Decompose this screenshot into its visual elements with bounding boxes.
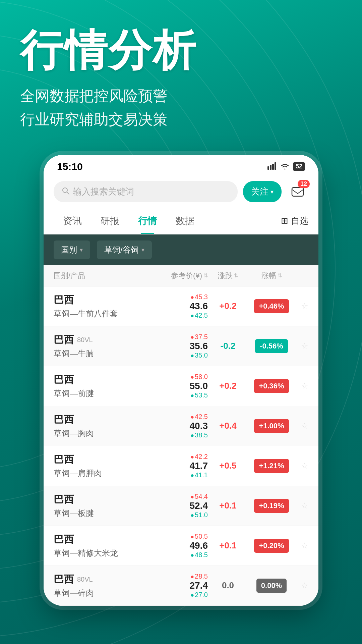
- price-main-4: 41.7: [142, 461, 208, 471]
- star-icon-6[interactable]: ☆: [301, 541, 308, 550]
- row-star-4[interactable]: ☆: [295, 461, 308, 471]
- row-product-2: 巴西 草饲—前腱: [54, 373, 142, 399]
- col-header-change: 涨跌 ⇅: [208, 271, 248, 281]
- filter-feed[interactable]: 草饲/谷饲 ▾: [97, 240, 152, 259]
- row-country-5: 巴西: [54, 493, 142, 506]
- row-star-5[interactable]: ☆: [295, 501, 308, 511]
- row-country-6: 巴西: [54, 533, 142, 546]
- watchlist-button[interactable]: ⊞ 自选: [281, 215, 308, 227]
- svg-rect-13: [292, 187, 303, 196]
- table-row[interactable]: 巴西 80VL 草饲—牛腩 ●37.5 35.6 ●35.0 -0.2 -0.5…: [44, 326, 318, 366]
- price-low-5: 51.0: [195, 511, 208, 519]
- star-icon-3[interactable]: ☆: [301, 421, 308, 430]
- row-product-name-1: 草饲—牛腩: [54, 348, 142, 359]
- filter-country-arrow: ▾: [80, 246, 83, 254]
- hero-subtitle-line1: 全网数据把控风险预警: [20, 84, 342, 108]
- row-product-name-4: 草饲—肩胛肉: [54, 468, 142, 479]
- filter-feed-label: 草饲/谷饲: [104, 245, 139, 255]
- row-country-0: 巴西: [54, 293, 142, 307]
- price-high-2: 58.0: [195, 373, 208, 380]
- search-icon: [62, 187, 70, 197]
- hero-section: 行情分析 全网数据把控风险预警 行业研究辅助交易决策: [0, 0, 362, 145]
- search-area: 输入搜索关键词 关注 ▾ 12: [44, 176, 318, 208]
- tab-news[interactable]: 资讯: [54, 208, 91, 234]
- table-row[interactable]: 巴西 草饲—精修大米龙 ●50.5 49.6 ●48.5 +0.1 +0.20%…: [44, 526, 318, 566]
- price-high-1: 37.5: [195, 333, 208, 340]
- col-header-price: 参考价(¥) ⇅: [142, 271, 208, 281]
- table-row[interactable]: 巴西 80VL 草饲—碎肉 ●28.5 27.4 ●27.0 0.0 0.00%…: [44, 566, 318, 606]
- message-button[interactable]: 12: [287, 181, 308, 203]
- table-header: 国别/产品 参考价(¥) ⇅ 涨跌 ⇅ 涨幅 ⇅: [44, 265, 318, 286]
- price-low-6: 48.5: [195, 551, 208, 558]
- sort-price-icon[interactable]: ⇅: [203, 272, 208, 279]
- price-main-7: 27.4: [142, 580, 208, 591]
- table-row[interactable]: 巴西 草饲—胸肉 ●42.5 40.3 ●38.5 +0.4 +1.00% ☆: [44, 406, 318, 446]
- table-body: 巴西 草饲—牛前八件套 ●45.3 43.6 ●42.5 +0.2 +0.46%…: [44, 286, 318, 606]
- price-high-7: 28.5: [195, 573, 208, 580]
- table-row[interactable]: 巴西 草饲—牛前八件套 ●45.3 43.6 ●42.5 +0.2 +0.46%…: [44, 286, 318, 326]
- battery-level: 52: [293, 162, 305, 171]
- tab-research[interactable]: 研报: [91, 208, 129, 234]
- status-bar: 15:10 52: [44, 155, 318, 176]
- price-high-3: 42.5: [195, 413, 208, 420]
- svg-rect-7: [267, 166, 269, 170]
- hero-subtitle: 全网数据把控风险预警 行业研究辅助交易决策: [20, 84, 342, 131]
- price-main-1: 35.6: [142, 341, 208, 352]
- row-star-3[interactable]: ☆: [295, 421, 308, 431]
- sort-change-icon[interactable]: ⇅: [234, 272, 238, 279]
- row-product-6: 巴西 草饲—精修大米龙: [54, 533, 142, 558]
- star-icon-1[interactable]: ☆: [301, 341, 308, 351]
- price-main-5: 52.4: [142, 500, 208, 511]
- filter-feed-arrow: ▾: [141, 246, 144, 254]
- nav-tabs: 资讯 研报 行情 数据 ⊞ 自选: [44, 208, 318, 234]
- svg-rect-9: [272, 164, 274, 170]
- row-star-7[interactable]: ☆: [295, 581, 308, 590]
- watchlist-icon: ⊞: [281, 216, 288, 226]
- star-icon-7[interactable]: ☆: [301, 581, 308, 590]
- row-product-0: 巴西 草饲—牛前八件套: [54, 293, 142, 319]
- row-country-3: 巴西: [54, 413, 142, 427]
- star-icon-2[interactable]: ☆: [301, 381, 308, 390]
- price-high-0: 45.3: [195, 293, 208, 301]
- price-main-6: 49.6: [142, 540, 208, 551]
- row-price-0: ●45.3 43.6 ●42.5: [142, 293, 208, 319]
- row-price-6: ●50.5 49.6 ●48.5: [142, 533, 208, 559]
- row-change-1: -0.2: [208, 341, 248, 351]
- row-star-6[interactable]: ☆: [295, 541, 308, 550]
- tab-data[interactable]: 数据: [166, 208, 204, 234]
- row-change-7: 0.0: [208, 580, 248, 591]
- row-product-name-5: 草饲—板腱: [54, 508, 142, 519]
- follow-button[interactable]: 关注 ▾: [243, 181, 282, 202]
- row-pct-0: +0.46%: [248, 299, 295, 313]
- star-icon-5[interactable]: ☆: [301, 501, 308, 510]
- row-change-6: +0.1: [208, 540, 248, 551]
- table-row[interactable]: 巴西 草饲—前腱 ●58.0 55.0 ●53.5 +0.2 +0.36% ☆: [44, 366, 318, 406]
- message-badge: 12: [298, 180, 310, 188]
- col-header-pct: 涨幅 ⇅: [248, 271, 295, 281]
- sort-pct-icon[interactable]: ⇅: [278, 272, 282, 279]
- search-input-wrapper[interactable]: 输入搜索关键词: [54, 181, 238, 202]
- row-product-name-7: 草饲—碎肉: [54, 588, 142, 598]
- row-star-0[interactable]: ☆: [295, 302, 308, 311]
- row-star-2[interactable]: ☆: [295, 381, 308, 391]
- star-icon-0[interactable]: ☆: [301, 302, 308, 311]
- status-time: 15:10: [57, 161, 83, 172]
- row-price-3: ●42.5 40.3 ●38.5: [142, 413, 208, 439]
- row-product-5: 巴西 草饲—板腱: [54, 493, 142, 519]
- price-low-1: 35.0: [195, 352, 208, 359]
- hero-title: 行情分析: [20, 27, 342, 74]
- follow-label: 关注: [251, 186, 268, 198]
- tab-market[interactable]: 行情: [129, 208, 166, 234]
- row-star-1[interactable]: ☆: [295, 341, 308, 351]
- table-row[interactable]: 巴西 草饲—肩胛肉 ●42.2 41.7 ●41.1 +0.5 +1.21% ☆: [44, 446, 318, 486]
- row-price-1: ●37.5 35.6 ●35.0: [142, 333, 208, 359]
- row-product-1: 巴西 80VL 草饲—牛腩: [54, 333, 142, 359]
- row-pct-2: +0.36%: [248, 379, 295, 393]
- filter-country[interactable]: 国别 ▾: [54, 240, 90, 259]
- watchlist-label: 自选: [291, 215, 308, 227]
- price-high-4: 42.2: [195, 453, 208, 460]
- star-icon-4[interactable]: ☆: [301, 461, 308, 470]
- price-low-7: 27.0: [195, 591, 208, 598]
- phone-container: 15:10 52: [0, 155, 362, 606]
- table-row[interactable]: 巴西 草饲—板腱 ●54.4 52.4 ●51.0 +0.1 +0.19% ☆: [44, 486, 318, 526]
